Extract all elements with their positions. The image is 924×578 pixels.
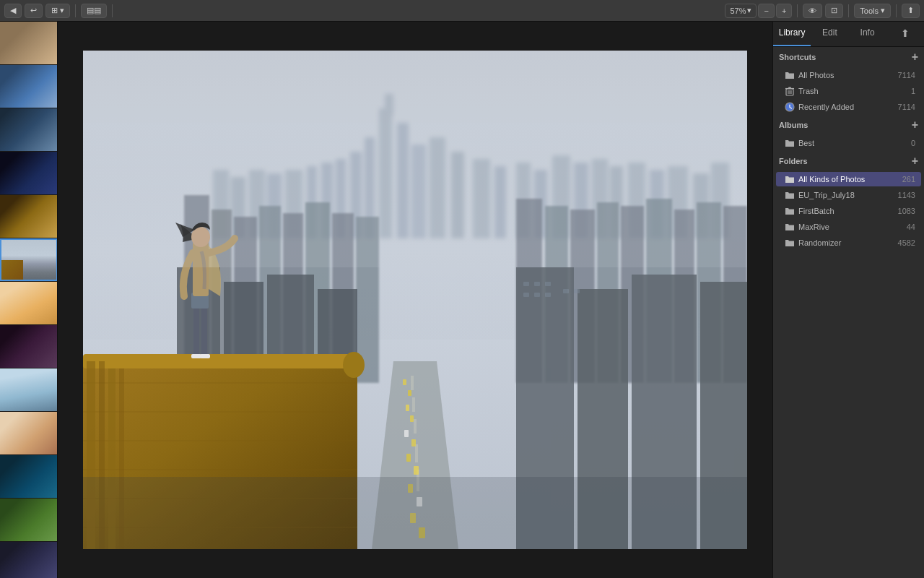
shortcuts-add-button[interactable]: + bbox=[912, 51, 918, 63]
albums-add-button[interactable]: + bbox=[912, 119, 918, 131]
tab-library[interactable]: Library bbox=[773, 22, 811, 46]
photo-viewer[interactable] bbox=[58, 22, 772, 578]
sidebar-item-firstbatch[interactable]: FirstBatch 1083 bbox=[776, 204, 921, 218]
folders-add-button[interactable]: + bbox=[912, 155, 918, 167]
svg-rect-73 bbox=[523, 293, 529, 297]
sidebar-item-randomizer[interactable]: Randomizer 4582 bbox=[776, 236, 921, 250]
tab-info-label: Info bbox=[860, 27, 875, 38]
filmstrip-thumb-11[interactable] bbox=[0, 455, 58, 499]
svg-rect-49 bbox=[411, 376, 414, 390]
shortcuts-section-header: Shortcuts + bbox=[773, 47, 924, 67]
filmstrip-thumb-2[interactable] bbox=[0, 65, 58, 108]
zoom-in-button[interactable]: + bbox=[776, 4, 792, 18]
svg-rect-60 bbox=[406, 454, 411, 462]
layout-icon: ⊞ ▾ bbox=[51, 6, 64, 15]
albums-label: Albums bbox=[779, 121, 808, 129]
trash-icon bbox=[785, 86, 795, 96]
svg-rect-77 bbox=[574, 289, 580, 293]
sidebar-item-all-kinds[interactable]: All Kinds of Photos 261 bbox=[776, 172, 921, 186]
back-button[interactable]: ◀ bbox=[4, 4, 22, 18]
layout-button[interactable]: ⊞ ▾ bbox=[45, 4, 70, 18]
zoom-value: 57% bbox=[730, 7, 746, 15]
trash-count: 1 bbox=[911, 87, 915, 95]
svg-rect-55 bbox=[408, 390, 411, 396]
toolbar-separator-4 bbox=[848, 4, 849, 17]
filmstrip-thumb-7[interactable] bbox=[0, 282, 58, 325]
randomizer-folder-icon bbox=[785, 238, 795, 248]
sidebar-item-best[interactable]: Best 0 bbox=[776, 136, 921, 150]
right-panel: Library Edit Info ⬆ Shortcuts + All Pho bbox=[772, 22, 924, 578]
filmstrip-thumb-8[interactable] bbox=[0, 325, 58, 368]
svg-rect-96 bbox=[201, 307, 207, 358]
main-area: Library Edit Info ⬆ Shortcuts + All Pho bbox=[0, 22, 924, 578]
svg-rect-50 bbox=[412, 397, 415, 412]
randomizer-count: 4582 bbox=[898, 238, 915, 247]
filmstrip-thumb-5[interactable] bbox=[0, 195, 58, 238]
svg-rect-61 bbox=[414, 466, 419, 475]
view-button[interactable]: 👁 bbox=[803, 4, 822, 18]
svg-rect-95 bbox=[193, 303, 199, 358]
tab-edit-label: Edit bbox=[822, 27, 837, 38]
export-button[interactable]: ⬆ bbox=[902, 4, 920, 18]
tools-button[interactable]: Tools ▾ bbox=[854, 4, 891, 18]
zoom-out-button[interactable]: − bbox=[758, 4, 774, 18]
svg-rect-51 bbox=[414, 419, 417, 434]
sidebar-item-all-photos[interactable]: All Photos 7114 bbox=[776, 68, 921, 82]
best-folder-icon bbox=[785, 138, 795, 148]
svg-rect-57 bbox=[410, 415, 414, 422]
svg-rect-102 bbox=[83, 51, 747, 267]
zoom-controls: 57% ▾ − + bbox=[725, 4, 792, 18]
recently-added-icon bbox=[785, 102, 795, 112]
filmstrip-button[interactable]: ▤▤ bbox=[81, 4, 107, 18]
history-button[interactable]: ↩ bbox=[25, 4, 43, 18]
tools-chevron: ▾ bbox=[881, 6, 885, 15]
back-icon: ◀ bbox=[10, 6, 16, 15]
compare-button[interactable]: ⊡ bbox=[825, 4, 843, 18]
svg-rect-75 bbox=[545, 293, 551, 297]
trash-label: Trash bbox=[798, 87, 908, 95]
maxrive-label: MaxRive bbox=[798, 223, 904, 231]
history-icon: ↩ bbox=[30, 6, 37, 15]
svg-rect-54 bbox=[403, 379, 406, 385]
filmstrip-thumb-1[interactable] bbox=[0, 22, 58, 65]
tab-edit[interactable]: Edit bbox=[811, 22, 848, 46]
zoom-display: 57% ▾ bbox=[725, 4, 757, 18]
toolbar-separator-3 bbox=[797, 4, 798, 17]
tools-label: Tools bbox=[860, 7, 879, 15]
svg-rect-70 bbox=[523, 282, 529, 286]
eu-trip-count: 1143 bbox=[898, 191, 915, 199]
tab-library-label: Library bbox=[779, 27, 806, 38]
eu-trip-label: EU_Trip_July18 bbox=[798, 191, 895, 199]
sidebar-item-maxrive[interactable]: MaxRive 44 bbox=[776, 220, 921, 234]
folders-label: Folders bbox=[779, 157, 808, 165]
eye-icon: 👁 bbox=[808, 7, 816, 15]
all-kinds-folder-icon bbox=[785, 174, 795, 184]
recently-added-label: Recently Added bbox=[798, 103, 895, 111]
maxrive-folder-icon bbox=[785, 222, 795, 232]
filmstrip-thumb-13[interactable] bbox=[0, 542, 58, 578]
svg-point-84 bbox=[343, 352, 365, 378]
filmstrip-thumb-9[interactable] bbox=[0, 368, 58, 412]
eu-trip-folder-icon bbox=[785, 190, 795, 200]
main-photo bbox=[83, 51, 747, 549]
tab-info[interactable]: Info bbox=[849, 22, 886, 46]
toolbar-separator-5 bbox=[896, 4, 897, 17]
firstbatch-count: 1083 bbox=[898, 207, 915, 215]
filmstrip-thumb-3[interactable] bbox=[0, 108, 58, 152]
svg-rect-71 bbox=[534, 282, 540, 286]
recently-added-count: 7114 bbox=[898, 103, 915, 111]
firstbatch-folder-icon bbox=[785, 206, 795, 216]
all-kinds-label: All Kinds of Photos bbox=[798, 175, 899, 184]
filmstrip-thumb-4[interactable] bbox=[0, 152, 58, 195]
filmstrip-thumb-10[interactable] bbox=[0, 412, 58, 455]
albums-section-header: Albums + bbox=[773, 115, 924, 135]
sidebar-item-recently-added[interactable]: Recently Added 7114 bbox=[776, 100, 921, 114]
filmstrip-thumb-12[interactable] bbox=[0, 499, 58, 542]
tab-export[interactable]: ⬆ bbox=[886, 22, 924, 46]
sidebar-item-trash[interactable]: Trash 1 bbox=[776, 84, 921, 98]
folders-section-header: Folders + bbox=[773, 151, 924, 171]
sidebar-item-eu-trip[interactable]: EU_Trip_July18 1143 bbox=[776, 188, 921, 202]
svg-rect-83 bbox=[83, 354, 357, 368]
filmstrip-thumb-6[interactable] bbox=[0, 238, 58, 282]
all-photos-label: All Photos bbox=[798, 71, 895, 79]
